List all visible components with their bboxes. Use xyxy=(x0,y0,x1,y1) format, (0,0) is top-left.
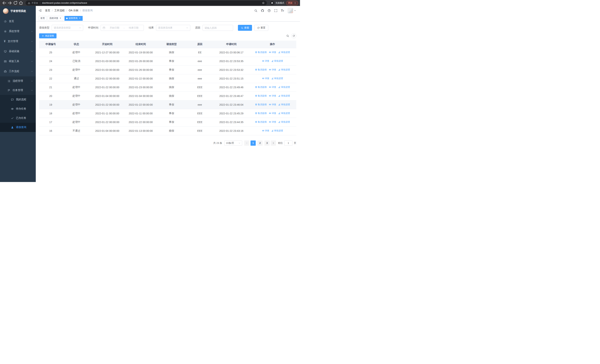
approval-progress-link[interactable]: 审批进度 xyxy=(278,51,290,54)
chevron-down-icon xyxy=(79,27,81,29)
detail-link[interactable]: 详情 xyxy=(269,51,276,54)
bookmark-star-icon[interactable] xyxy=(262,2,265,4)
cell-start-time: 2022-01-11 00:00:00 xyxy=(91,109,124,118)
chev-down-icon xyxy=(31,40,33,42)
sidebar-item-done-task[interactable]: 已办任务 xyxy=(0,113,36,123)
page-button-2[interactable]: 2 xyxy=(257,140,262,146)
leave-type-select[interactable]: 请选择请假类型 xyxy=(52,25,83,31)
sidebar-item-leave-query[interactable]: 请假查询 xyxy=(0,123,36,132)
approval-progress-link[interactable]: 审批进度 xyxy=(278,103,290,106)
sidebar-item-home[interactable]: 首页 xyxy=(0,16,36,26)
address-bar[interactable]: 不安全 dashboard.yudao.iocoder.cn/bpm/oa/le… xyxy=(26,0,267,5)
font-size-icon[interactable]: TT xyxy=(281,9,284,12)
approval-progress-link[interactable]: 审批进度 xyxy=(278,112,290,115)
detail-link[interactable]: 详情 xyxy=(269,121,276,124)
browser-reload-icon[interactable] xyxy=(13,0,18,5)
detail-link[interactable]: 详情 xyxy=(269,112,276,115)
sidebar-item-process-mgmt[interactable]: 流程管理 xyxy=(0,76,36,86)
tab-close-icon[interactable]: × xyxy=(59,17,62,20)
approval-progress-link[interactable]: 审批进度 xyxy=(272,129,283,132)
cancel-leave-link[interactable]: 取消请假 xyxy=(255,112,267,115)
cancel-leave-link[interactable]: 取消请假 xyxy=(255,51,267,54)
tab-0[interactable]: 首页 xyxy=(39,16,47,21)
sidebar-item-workflow[interactable]: 工作流程 xyxy=(0,66,36,76)
page-button-3[interactable]: 3 xyxy=(264,140,270,146)
detail-link[interactable]: 详情 xyxy=(269,94,276,97)
tab-2[interactable]: 请假查询 × xyxy=(65,16,83,21)
approval-progress-link[interactable]: 审批进度 xyxy=(272,59,283,63)
chev-down-icon xyxy=(31,80,33,82)
next-page-button[interactable] xyxy=(271,140,276,146)
header-search-icon[interactable] xyxy=(254,9,257,12)
tab-close-icon[interactable]: × xyxy=(78,17,81,20)
breadcrumb-item[interactable]: 首页 xyxy=(45,9,50,12)
browser-forward-icon[interactable] xyxy=(7,0,12,5)
sidebar-item-label: 支付管理 xyxy=(8,40,18,43)
breadcrumb-item[interactable]: 工作流程 xyxy=(54,9,65,12)
detail-link[interactable]: 详情 xyxy=(269,86,276,89)
approval-progress-link[interactable]: 审批进度 xyxy=(272,77,283,80)
sidebar-item-my-process[interactable]: 我的流程 xyxy=(0,95,36,104)
cancel-leave-link[interactable]: 取消请假 xyxy=(255,86,267,89)
result-placeholder: 请选择流结果 xyxy=(158,26,172,29)
toolbox-icon xyxy=(4,60,7,63)
approval-progress-link[interactable]: 审批进度 xyxy=(278,86,290,89)
tab-1[interactable]: 流程详情 × xyxy=(48,16,63,21)
help-icon[interactable] xyxy=(268,9,271,12)
toggle-search-icon[interactable] xyxy=(286,35,289,37)
apply-time-range-picker[interactable]: 开始日期 - 结束日期 xyxy=(101,25,144,31)
search-button[interactable]: 搜索 xyxy=(238,25,252,31)
sidebar-item-task-mgmt[interactable]: 任务管理 xyxy=(0,86,36,95)
sidebar-item-infrastructure[interactable]: 基础设施 xyxy=(0,46,36,56)
detail-link[interactable]: 详情 xyxy=(262,129,269,132)
cell-start-time: 2022-01-22 00:00:00 xyxy=(91,118,124,126)
table-header-row: 申请编号状态开始时间结束时间请假类型原因申请时间操作 xyxy=(39,41,296,48)
create-leave-button[interactable]: 发起请假 xyxy=(39,33,56,38)
cancel-leave-link[interactable]: 取消请假 xyxy=(255,94,267,97)
sidebar-item-todo-task[interactable]: 待办任务 xyxy=(0,104,36,113)
approval-progress-link[interactable]: 审批进度 xyxy=(278,121,290,124)
browser-back-icon[interactable] xyxy=(2,0,7,5)
detail-link[interactable]: 详情 xyxy=(269,68,276,71)
browser-update-button[interactable]: 更新 xyxy=(286,1,298,5)
cell-start-time: 2022-01-03 00:00:00 xyxy=(91,65,124,74)
search-filter-form: 请假类型 请选择请假类型 申请时间 开始日期 - 结束日期 xyxy=(39,25,296,31)
approval-progress-link[interactable]: 审批进度 xyxy=(278,94,290,97)
page-size-select[interactable]: 10条/页 xyxy=(225,140,242,146)
goto-page-input[interactable] xyxy=(284,140,292,146)
sidebar-item-payment-mgmt[interactable]: ¥ 支付管理 xyxy=(0,36,36,46)
app-logo-row[interactable]: 芋道管理系统 xyxy=(0,6,36,16)
approval-progress-link[interactable]: 审批进度 xyxy=(278,68,290,71)
fullscreen-icon[interactable] xyxy=(274,9,277,12)
browser-menu-dots-icon[interactable] xyxy=(294,2,296,4)
result-select[interactable]: 请选择流结果 xyxy=(156,25,190,31)
page-button-1[interactable]: 1 xyxy=(251,140,256,146)
cancel-leave-link[interactable]: 取消请假 xyxy=(255,121,267,124)
sidebar-collapse-icon[interactable] xyxy=(38,9,42,12)
prev-page-button[interactable] xyxy=(244,140,249,146)
cell-actions: 取消请假 详情 审批进度 xyxy=(249,65,296,74)
detail-link[interactable]: 详情 xyxy=(262,77,269,80)
cell-apply-time: 2022-01-22 23:51:15 xyxy=(214,74,249,83)
cancel-leave-link[interactable]: 取消请假 xyxy=(255,103,267,106)
incognito-label: 无痕模式 xyxy=(275,1,284,5)
incognito-icon xyxy=(270,1,274,5)
table-toolbar: 发起请假 xyxy=(39,33,296,38)
cell-actions: 取消请假 详情 审批进度 xyxy=(249,109,296,118)
detail-link[interactable]: 详情 xyxy=(262,59,269,63)
reason-input[interactable] xyxy=(203,25,233,31)
reset-button[interactable]: 重置 xyxy=(254,25,268,31)
breadcrumb-item[interactable]: OA 示例 xyxy=(69,9,78,12)
chevron-right-icon xyxy=(272,142,274,144)
cancel-leave-link[interactable]: 取消请假 xyxy=(255,68,267,71)
browser-home-icon[interactable] xyxy=(19,0,23,5)
pagination: 共 23 条 10条/页 1 2 3 前往 页 xyxy=(39,140,296,146)
detail-link[interactable]: 详情 xyxy=(269,103,276,106)
sidebar-item-system-mgmt[interactable]: 系统管理 xyxy=(0,26,36,36)
sidebar-item-dev-tools[interactable]: 研发工具 xyxy=(0,56,36,66)
avatar-caret-icon xyxy=(294,10,296,11)
user-avatar-menu[interactable] xyxy=(288,8,296,13)
table-refresh-icon[interactable] xyxy=(291,33,296,38)
github-icon[interactable] xyxy=(261,9,264,12)
table-row: 21 处理中 2022-01-22 00:00:00 2022-01-23 00… xyxy=(39,83,296,92)
